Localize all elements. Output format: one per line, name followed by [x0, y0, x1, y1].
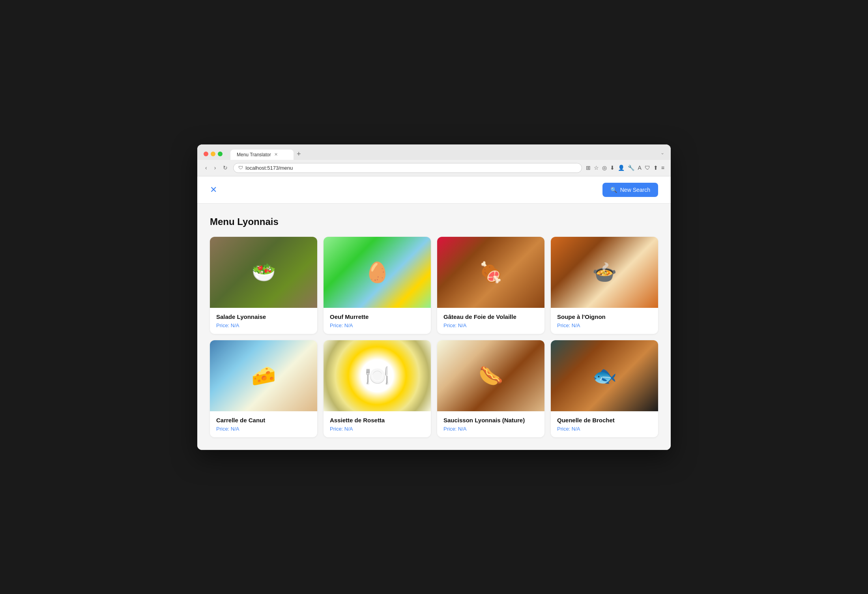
- app-header: ✕ 🔍 New Search: [197, 176, 671, 204]
- shield-toolbar-icon[interactable]: 🛡: [645, 165, 650, 171]
- card-title-salade-lyonnaise: Salade Lyonnaise: [216, 313, 311, 320]
- card-image-soupe-oignon: 🍲: [551, 237, 658, 308]
- card-body-oeuf-murrette: Oeuf Murrette Price: N/A: [324, 308, 431, 334]
- new-tab-button[interactable]: +: [294, 148, 304, 160]
- card-image-assiette-rosetta: 🍽️: [324, 340, 431, 411]
- card-title-assiette-rosetta: Assiette de Rosetta: [330, 417, 425, 423]
- active-tab[interactable]: Menu Translator ✕: [230, 150, 294, 160]
- tab-bar: Menu Translator ✕ +: [230, 148, 656, 160]
- card-image-salade-lyonnaise: 🥗: [210, 237, 317, 308]
- food-emoji-gateau-foie: 🍖: [479, 262, 503, 282]
- card-price-gateau-foie: Price: N/A: [443, 322, 538, 328]
- window-controls: ⌄: [660, 150, 664, 158]
- card-body-saucisson-lyonnais: Saucisson Lyonnais (Nature) Price: N/A: [437, 411, 544, 437]
- menu-grid: 🥗 Salade Lyonnaise Price: N/A 🥚 Oeuf Mur…: [210, 237, 658, 437]
- address-bar: ‹ › ↻ 🛡 localhost:5173/menu ⊞ ☆ ◎ ⬇ 👤 🔧 …: [197, 160, 671, 176]
- menu-card-saucisson-lyonnais[interactable]: 🌭 Saucisson Lyonnais (Nature) Price: N/A: [437, 340, 544, 437]
- food-emoji-oeuf-murrette: 🥚: [365, 262, 389, 282]
- card-body-gateau-foie: Gâteau de Foie de Volaille Price: N/A: [437, 308, 544, 334]
- refresh-button[interactable]: ↻: [221, 164, 229, 172]
- tab-close-icon[interactable]: ✕: [274, 152, 278, 157]
- card-body-carrelle-canut: Carrelle de Canut Price: N/A: [210, 411, 317, 437]
- card-price-salade-lyonnaise: Price: N/A: [216, 322, 311, 328]
- new-search-button[interactable]: 🔍 New Search: [602, 183, 658, 197]
- new-search-label: New Search: [620, 187, 650, 193]
- card-title-carrelle-canut: Carrelle de Canut: [216, 417, 311, 423]
- card-body-quenelle-brochet: Quenelle de Brochet Price: N/A: [551, 411, 658, 437]
- menu-card-salade-lyonnaise[interactable]: 🥗 Salade Lyonnaise Price: N/A: [210, 237, 317, 334]
- card-body-salade-lyonnaise: Salade Lyonnaise Price: N/A: [210, 308, 317, 334]
- star-icon[interactable]: ☆: [594, 165, 599, 171]
- menu-card-soupe-oignon[interactable]: 🍲 Soupe à l'Oignon Price: N/A: [551, 237, 658, 334]
- main-content: Menu Lyonnais 🥗 Salade Lyonnaise Price: …: [197, 204, 671, 450]
- food-emoji-carrelle-canut: 🧀: [251, 366, 276, 386]
- extension-icon[interactable]: 🔧: [628, 165, 634, 171]
- address-bar-input[interactable]: 🛡 localhost:5173/menu: [233, 163, 582, 173]
- menu-card-quenelle-brochet[interactable]: 🐟 Quenelle de Brochet Price: N/A: [551, 340, 658, 437]
- security-icon: 🛡: [238, 165, 243, 171]
- search-icon: 🔍: [610, 187, 617, 193]
- download-icon[interactable]: ⬇: [610, 165, 615, 171]
- card-price-soupe-oignon: Price: N/A: [557, 322, 652, 328]
- forward-button[interactable]: ›: [213, 164, 218, 172]
- app-content: ✕ 🔍 New Search Menu Lyonnais 🥗 Salade Ly…: [197, 176, 671, 450]
- card-image-quenelle-brochet: 🐟: [551, 340, 658, 411]
- menu-icon[interactable]: ≡: [661, 165, 664, 171]
- browser-toolbar-icons: ⊞ ☆ ◎ ⬇ 👤 🔧 A 🛡 ⬆ ≡: [586, 165, 664, 171]
- card-price-oeuf-murrette: Price: N/A: [330, 322, 425, 328]
- close-button[interactable]: [204, 152, 208, 156]
- menu-card-carrelle-canut[interactable]: 🧀 Carrelle de Canut Price: N/A: [210, 340, 317, 437]
- menu-card-oeuf-murrette[interactable]: 🥚 Oeuf Murrette Price: N/A: [324, 237, 431, 334]
- food-emoji-saucisson-lyonnais: 🌭: [479, 366, 503, 386]
- card-price-assiette-rosetta: Price: N/A: [330, 426, 425, 432]
- back-button[interactable]: ‹: [204, 164, 209, 172]
- pocket-icon[interactable]: ◎: [602, 165, 607, 171]
- tab-title: Menu Translator: [237, 152, 271, 157]
- card-title-soupe-oignon: Soupe à l'Oignon: [557, 313, 652, 320]
- window-chevron-icon: ⌄: [660, 150, 664, 156]
- profile-icon[interactable]: 👤: [618, 165, 625, 171]
- card-title-gateau-foie: Gâteau de Foie de Volaille: [443, 313, 538, 320]
- card-image-gateau-foie: 🍖: [437, 237, 544, 308]
- food-emoji-assiette-rosetta: 🍽️: [365, 366, 389, 386]
- card-image-carrelle-canut: 🧀: [210, 340, 317, 411]
- card-price-carrelle-canut: Price: N/A: [216, 426, 311, 432]
- card-price-quenelle-brochet: Price: N/A: [557, 426, 652, 432]
- app-logo-icon: ✕: [210, 185, 217, 195]
- share-icon[interactable]: ⬆: [653, 165, 658, 171]
- card-body-assiette-rosetta: Assiette de Rosetta Price: N/A: [324, 411, 431, 437]
- url-display: localhost:5173/menu: [245, 165, 577, 171]
- card-image-saucisson-lyonnais: 🌭: [437, 340, 544, 411]
- food-emoji-salade-lyonnaise: 🥗: [251, 262, 276, 282]
- browser-window: Menu Translator ✕ + ⌄ ‹ › ↻ 🛡 localhost:…: [197, 144, 671, 450]
- card-image-oeuf-murrette: 🥚: [324, 237, 431, 308]
- food-emoji-quenelle-brochet: 🐟: [592, 366, 617, 386]
- traffic-lights: [204, 152, 223, 156]
- title-bar: Menu Translator ✕ + ⌄: [197, 144, 671, 160]
- translate-icon[interactable]: A: [638, 165, 641, 171]
- minimize-button[interactable]: [211, 152, 215, 156]
- menu-card-assiette-rosetta[interactable]: 🍽️ Assiette de Rosetta Price: N/A: [324, 340, 431, 437]
- card-title-oeuf-murrette: Oeuf Murrette: [330, 313, 425, 320]
- card-body-soupe-oignon: Soupe à l'Oignon Price: N/A: [551, 308, 658, 334]
- food-emoji-soupe-oignon: 🍲: [592, 262, 617, 282]
- maximize-button[interactable]: [218, 152, 223, 156]
- card-price-saucisson-lyonnais: Price: N/A: [443, 426, 538, 432]
- grid-icon[interactable]: ⊞: [586, 165, 591, 171]
- menu-card-gateau-foie[interactable]: 🍖 Gâteau de Foie de Volaille Price: N/A: [437, 237, 544, 334]
- card-title-saucisson-lyonnais: Saucisson Lyonnais (Nature): [443, 417, 538, 423]
- page-title: Menu Lyonnais: [210, 216, 658, 227]
- card-title-quenelle-brochet: Quenelle de Brochet: [557, 417, 652, 423]
